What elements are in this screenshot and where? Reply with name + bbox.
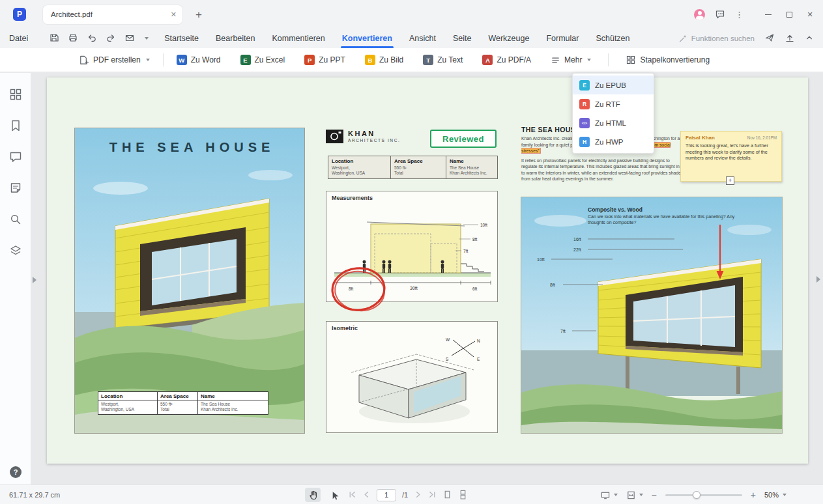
- convert-text-button[interactable]: T Zu Text: [423, 55, 463, 65]
- last-page-button[interactable]: [428, 490, 437, 500]
- next-page-button[interactable]: [414, 490, 422, 500]
- expand-left-panel-handle[interactable]: [33, 277, 36, 283]
- more-options-icon[interactable]: ⋮: [735, 10, 744, 20]
- qat-customize-icon[interactable]: [145, 37, 149, 40]
- app-logo-icon: P: [13, 8, 26, 21]
- thumbnails-panel-icon[interactable]: [8, 87, 23, 102]
- svg-text:8ft: 8ft: [472, 237, 477, 242]
- notes-panel-icon[interactable]: [8, 181, 23, 195]
- note-body: This is looking great, let's have a furt…: [686, 143, 777, 161]
- undo-icon[interactable]: [87, 33, 97, 45]
- minimize-button[interactable]: [758, 0, 779, 29]
- isometric-panel: Isometric N W S E: [326, 321, 498, 433]
- convert-toolbar: PDF erstellen W Zu Word E Zu Excel P Zu …: [0, 48, 823, 72]
- menu-schuetzen[interactable]: Schützen: [596, 29, 629, 48]
- sea-house-illustration: [75, 128, 304, 433]
- titlebar: P Architect.pdf ✕ + ⋮ ✕: [0, 0, 823, 29]
- layers-panel-icon[interactable]: [8, 244, 23, 258]
- single-page-view-icon[interactable]: [442, 490, 452, 501]
- first-page-button[interactable]: [348, 490, 356, 500]
- info-table: Location Area Space Name Westport, Washi…: [328, 156, 498, 179]
- menu-startseite[interactable]: Startseite: [164, 29, 199, 48]
- new-tab-button[interactable]: +: [195, 9, 202, 20]
- company-name: KHAN: [348, 130, 400, 137]
- zoom-level-select[interactable]: 50%: [764, 491, 787, 499]
- select-tool-button[interactable]: [326, 488, 342, 502]
- save-icon[interactable]: [49, 33, 59, 45]
- svg-text:10ft: 10ft: [537, 257, 545, 262]
- menu-ansicht[interactable]: Ansicht: [409, 29, 436, 48]
- zoom-out-button[interactable]: −: [652, 490, 657, 500]
- email-icon[interactable]: [124, 33, 135, 45]
- cursor-icon: [330, 490, 339, 500]
- menu-konvertieren[interactable]: Konvertieren: [342, 29, 392, 48]
- help-button[interactable]: ?: [10, 466, 22, 478]
- feature-search[interactable]: Funktionen suchen: [678, 34, 755, 43]
- sticky-note-comment[interactable]: Faisal Khan Nov 16, 2:01PM This is looki…: [680, 131, 782, 182]
- comment-anchor-icon[interactable]: +: [726, 176, 734, 185]
- upload-cloud-icon[interactable]: [785, 33, 795, 45]
- convert-image-button[interactable]: B Zu Bild: [365, 55, 403, 65]
- create-pdf-button[interactable]: PDF erstellen: [78, 55, 150, 66]
- bookmarks-panel-icon[interactable]: [8, 119, 23, 133]
- convert-excel-button[interactable]: E Zu Excel: [240, 55, 285, 65]
- menu-kommentieren[interactable]: Kommentieren: [272, 29, 325, 48]
- red-circle-annotation[interactable]: [329, 264, 389, 316]
- menu-file[interactable]: Datei: [9, 34, 28, 43]
- menu-seite[interactable]: Seite: [453, 29, 472, 48]
- menu-item-zu-html[interactable]: </> Zu HTML: [573, 113, 654, 132]
- reviewed-stamp[interactable]: Reviewed: [430, 130, 497, 148]
- menu-item-zu-hwp[interactable]: H Zu HWP: [573, 132, 654, 151]
- menu-werkzeuge[interactable]: Werkzeuge: [488, 29, 529, 48]
- word-icon: W: [177, 55, 187, 65]
- convert-word-button[interactable]: W Zu Word: [177, 55, 221, 65]
- menu-item-zu-epub[interactable]: E Zu EPUB: [573, 76, 654, 94]
- khan-logo-icon: [326, 130, 343, 143]
- svg-text:30ft: 30ft: [410, 286, 418, 290]
- sea-house-illustration-2: 16ft 22ft 10ft 8ft 7ft: [521, 197, 782, 433]
- svg-text:22ft: 22ft: [573, 247, 581, 252]
- menu-formular[interactable]: Formular: [546, 29, 579, 48]
- menu-bearbeiten[interactable]: Bearbeiten: [216, 29, 255, 48]
- continuous-view-icon[interactable]: [458, 490, 468, 501]
- convert-ppt-button[interactable]: P Zu PPT: [304, 55, 345, 65]
- convert-pdfa-button[interactable]: A Zu PDF/A: [482, 55, 531, 65]
- comments-panel-icon[interactable]: [8, 150, 23, 164]
- maximize-button[interactable]: [779, 0, 800, 29]
- hand-icon: [308, 490, 318, 500]
- poster-title: THE SEA HOUSE: [75, 140, 304, 155]
- redo-icon[interactable]: [106, 33, 116, 45]
- text-callout-annotation[interactable]: Composite vs. Wood Can we look into what…: [588, 206, 744, 226]
- svg-text:16ft: 16ft: [573, 237, 581, 242]
- zoom-slider[interactable]: [665, 488, 742, 502]
- company-logo: KHAN ARCHITECTS INC.: [326, 130, 400, 143]
- excel-icon: E: [240, 55, 251, 65]
- ppt-icon: P: [304, 55, 315, 65]
- print-icon[interactable]: [68, 33, 78, 45]
- page-number-input[interactable]: [377, 489, 396, 501]
- batch-convert-button[interactable]: Stapelkonvertierung: [626, 55, 710, 65]
- more-formats-button[interactable]: Mehr: [551, 55, 591, 65]
- hand-tool-button[interactable]: [305, 488, 321, 502]
- share-icon[interactable]: [764, 33, 775, 45]
- document-canvas[interactable]: W: [31, 73, 823, 484]
- tab-close-icon[interactable]: ✕: [171, 10, 177, 19]
- feedback-chat-icon[interactable]: [713, 7, 727, 21]
- prev-page-button[interactable]: [362, 490, 371, 500]
- menu-item-zu-rtf[interactable]: R Zu RTF: [573, 94, 654, 113]
- text-icon: T: [423, 55, 433, 65]
- svg-text:7ft: 7ft: [560, 329, 566, 333]
- collapse-toolbar-icon[interactable]: [805, 33, 814, 44]
- user-avatar[interactable]: [694, 9, 705, 20]
- fit-width-button[interactable]: [626, 490, 643, 500]
- svg-text:7ft: 7ft: [463, 249, 468, 253]
- zoom-in-button[interactable]: +: [751, 490, 756, 500]
- zoom-slider-handle[interactable]: [693, 491, 700, 499]
- pdf-page[interactable]: THE SEA HOUSE Location Area Space Name W…: [47, 77, 808, 464]
- expand-right-panel-handle[interactable]: [816, 276, 820, 283]
- document-tab[interactable]: Architect.pdf ✕: [43, 5, 182, 24]
- close-button[interactable]: ✕: [800, 0, 820, 29]
- search-panel-icon[interactable]: [8, 212, 23, 227]
- fit-screen-button[interactable]: [600, 490, 618, 500]
- tab-title: Architect.pdf: [43, 10, 93, 18]
